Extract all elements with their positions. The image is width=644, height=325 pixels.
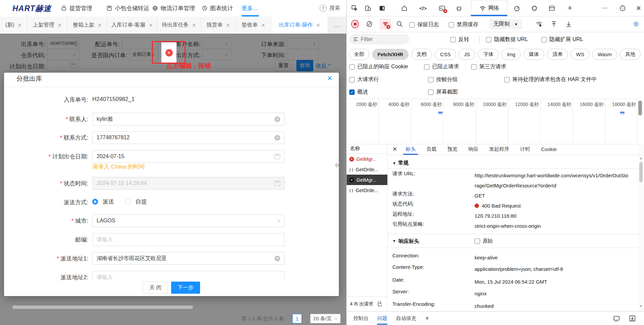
plan-date-input[interactable]: 2024-07-15 <box>92 150 285 163</box>
page-size-select[interactable]: 20 条/页∨ <box>310 314 341 323</box>
checkbox[interactable] <box>424 64 429 70</box>
screenshot-checkbox[interactable]: 屏幕截图 <box>428 88 458 96</box>
type-filter-img[interactable]: Img <box>502 49 521 60</box>
checkbox[interactable] <box>409 22 415 28</box>
checkbox[interactable] <box>475 239 480 244</box>
type-filter-media[interactable]: 媒体 <box>523 49 544 60</box>
throttling-select[interactable]: 无限制 ▼ <box>489 19 522 29</box>
filter-toggle-icon[interactable]: ✕ <box>380 19 391 30</box>
preserve-log-checkbox[interactable]: 保留日志 <box>409 21 439 28</box>
blocked-requests-checkbox[interactable]: 已阻止请求 <box>424 63 459 70</box>
scroll-up-icon[interactable]: ▲ <box>639 156 642 160</box>
type-filter-doc[interactable]: 文档 <box>411 49 432 60</box>
filter-input[interactable]: Filter <box>349 34 409 44</box>
record-icon[interactable] <box>351 20 359 28</box>
more-tools-plus-icon[interactable]: + <box>566 4 574 12</box>
welcome-home-icon[interactable] <box>400 4 408 12</box>
tab-outbound-tasks[interactable]: 待出库任务✕ <box>157 16 201 34</box>
nav-item-logistics[interactable]: 物流订单管理 <box>152 0 195 16</box>
dock-download-icon[interactable] <box>629 315 636 322</box>
clear-icon[interactable]: ✕ <box>275 135 280 141</box>
tab-signoff[interactable]: 签收单✕ <box>236 16 271 34</box>
checkbox[interactable] <box>450 37 456 42</box>
inspect-icon[interactable] <box>351 4 358 12</box>
close-button[interactable]: 关 闭 <box>143 282 168 294</box>
tabs-overflow-ellipsis[interactable]: ... <box>329 16 346 34</box>
hide-extension-url-checkbox[interactable]: 隐藏扩展 URL <box>541 36 583 43</box>
name-column-header[interactable]: 名称 <box>347 144 387 154</box>
tab-close-icon[interactable]: ✕ <box>192 23 196 28</box>
tab-timing[interactable]: 计时 <box>517 144 533 155</box>
tab-initiator[interactable]: 发起程序 <box>486 144 512 155</box>
clear-icon[interactable]: ✕ <box>275 116 280 122</box>
network-conditions-icon[interactable] <box>535 20 543 28</box>
type-filter-manifest[interactable]: 清单 <box>547 49 568 60</box>
tab-close-icon[interactable]: ✕ <box>316 23 320 28</box>
tab-payload[interactable]: 负载 <box>423 144 440 155</box>
device-toolbar-icon[interactable] <box>364 4 372 12</box>
nav-item-pickup[interactable]: 提货管理 <box>61 0 92 16</box>
tab-headers[interactable]: 标头 <box>402 144 419 155</box>
blocked-response-cookie-checkbox[interactable]: 已阻止的响应 Cookie <box>349 63 408 70</box>
checkbox[interactable] <box>486 37 491 42</box>
tab-new[interactable]: (新)✕ <box>0 16 27 34</box>
prev-page-icon[interactable]: ‹ <box>287 316 289 322</box>
hide-data-url-checkbox[interactable]: 隐藏数据 URL <box>486 36 528 43</box>
sider-collapse-icon[interactable]: « <box>335 159 341 170</box>
memory-icon[interactable] <box>530 4 538 12</box>
checkbox[interactable] <box>349 77 355 82</box>
type-filter-all[interactable]: 全部 <box>349 49 369 60</box>
nav-item-parcel[interactable]: 小包仓储转运 <box>106 0 149 16</box>
next-step-button[interactable]: 下一步 <box>171 282 200 294</box>
zip-input[interactable]: 请输入 <box>92 233 285 246</box>
overview-scrollbar-thumb[interactable] <box>638 101 642 115</box>
general-section-header[interactable]: ▼ 常规 <box>388 157 638 169</box>
cast-icon[interactable] <box>613 315 620 322</box>
search-label[interactable]: 搜索 <box>329 5 340 12</box>
radio-selfpickup[interactable] <box>125 199 131 205</box>
type-filter-css[interactable]: CSS <box>435 49 456 60</box>
checkbox[interactable] <box>349 64 355 70</box>
radio-delivery-label[interactable]: 派送 <box>103 198 114 205</box>
request-row-selected[interactable]: ✕ GetMgr... <box>347 175 387 185</box>
invert-filter-checkbox[interactable]: 反转 <box>450 36 469 43</box>
type-filter-font[interactable]: 字体 <box>478 49 499 60</box>
big-request-rows-checkbox[interactable]: 大请求行 <box>349 76 379 83</box>
request-row[interactable]: ✕ GetMgr... <box>347 154 387 164</box>
export-har-icon[interactable] <box>565 20 572 28</box>
tab-response[interactable]: 响应 <box>465 144 481 155</box>
drawer-tab-issues[interactable]: 问题 <box>377 312 387 325</box>
next-page-icon[interactable]: › <box>305 316 307 322</box>
third-party-requests-checkbox[interactable]: 第三方请求 <box>471 63 506 70</box>
tab-cookie[interactable]: Cookie <box>538 144 560 155</box>
raw-headers-checkbox[interactable]: 原始 <box>475 238 493 244</box>
tab-inbound-order[interactable]: 入库订单-客服✕ <box>107 16 157 34</box>
drawer-tab-autofill[interactable]: 自动填充 <box>396 312 416 325</box>
help-icon[interactable]: ? <box>320 5 327 12</box>
response-headers-section-header[interactable]: ▼ 响应标头 原始 <box>388 237 638 248</box>
radio-delivery-selected[interactable] <box>92 199 98 205</box>
clear-icon[interactable]: ✕ <box>275 256 280 261</box>
scrollbar-thumb[interactable] <box>639 162 643 182</box>
tab-close-icon[interactable]: ✕ <box>98 23 102 28</box>
nav-item-charts[interactable]: 图表统计 <box>201 0 233 16</box>
type-filter-ws[interactable]: WS <box>571 49 589 60</box>
devtools-close-icon[interactable]: ✕ <box>635 4 642 12</box>
checkbox[interactable] <box>449 22 454 28</box>
group-by-frame-checkbox[interactable]: 按帧分组 <box>428 76 458 83</box>
tab-close-icon[interactable]: ✕ <box>149 23 153 28</box>
page-number[interactable]: 1 <box>292 314 302 323</box>
checkbox[interactable] <box>541 37 547 42</box>
tab-close-icon[interactable]: ✕ <box>226 23 230 28</box>
dock-side-icon[interactable] <box>378 4 386 12</box>
type-filter-js[interactable]: JS <box>459 49 476 60</box>
phone-input[interactable]: 17748767812 ✕ <box>92 131 285 144</box>
tab-fullbox-shelf[interactable]: 整箱上架✕ <box>67 16 107 34</box>
type-filter-other[interactable]: 其他 <box>620 49 641 60</box>
checkbox-checked[interactable]: ✓ <box>349 89 355 95</box>
address1-input[interactable]: 湖南省长沙市雨花区艾欧尼亚 ✕ <box>92 252 285 265</box>
type-filter-fetch-xhr[interactable]: Fetch/XHR <box>372 49 409 60</box>
drawer-add-tab-icon[interactable]: + <box>425 314 429 322</box>
radio-selfpickup-label[interactable]: 自提 <box>135 198 147 205</box>
tab-picking-list[interactable]: 拣货单✕ <box>201 16 236 34</box>
